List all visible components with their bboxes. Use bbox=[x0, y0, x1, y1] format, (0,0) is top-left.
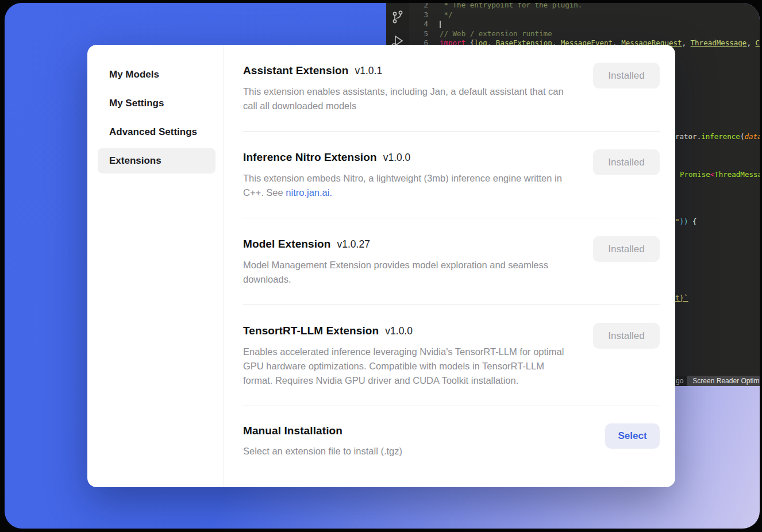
code-line: 4 bbox=[409, 20, 760, 29]
extension-row-tensorrt-llm: TensortRT-LLM Extension v1.0.0 Enables a… bbox=[243, 305, 660, 406]
settings-panel: My Models My Settings Advanced Settings … bbox=[87, 45, 675, 487]
screen-reader-status[interactable]: Screen Reader Optimiz bbox=[687, 376, 760, 386]
extension-version: v1.0.0 bbox=[385, 325, 413, 337]
extension-version: v1.0.27 bbox=[337, 238, 370, 250]
extension-description: This extension enables assistants, inclu… bbox=[243, 84, 572, 113]
installed-button[interactable]: Installed bbox=[593, 323, 660, 349]
extension-version: v1.0.1 bbox=[355, 65, 383, 77]
extension-info: Inference Nitro Extension v1.0.0 This ex… bbox=[243, 151, 572, 200]
screenshot-root: 2 * The entrypoint for the plugin.3 */45… bbox=[0, 0, 762, 532]
installed-button[interactable]: Installed bbox=[593, 149, 660, 175]
settings-sidebar: My Models My Settings Advanced Settings … bbox=[87, 45, 224, 487]
sidebar-item-extensions[interactable]: Extensions bbox=[98, 148, 215, 174]
extension-description: Model Management Extension provides mode… bbox=[243, 258, 572, 287]
extension-row-model: Model Extension v1.0.27 Model Management… bbox=[243, 218, 660, 305]
code-fragment: rator.inference(data)); bbox=[675, 132, 760, 141]
code-fragment: Promise<ThreadMessage> bbox=[680, 170, 760, 179]
extension-info: TensortRT-LLM Extension v1.0.0 Enables a… bbox=[243, 325, 572, 388]
select-file-button[interactable]: Select bbox=[605, 423, 660, 449]
manual-installation-row: Manual Installation Select an extension … bbox=[243, 406, 660, 476]
manual-installation-description: Select an extension file to install (.tg… bbox=[243, 444, 402, 458]
extensions-list: Assistant Extension v1.0.1 This extensio… bbox=[224, 45, 675, 487]
extension-description: Enables accelerated inference leveraging… bbox=[243, 345, 572, 388]
code-line: 5// Web / extension runtime bbox=[409, 29, 760, 39]
sidebar-item-my-models[interactable]: My Models bbox=[98, 62, 215, 87]
extension-name: Assistant Extension bbox=[243, 64, 349, 77]
extension-row-assistant: Assistant Extension v1.0.1 This extensio… bbox=[243, 45, 660, 132]
extension-name: Inference Nitro Extension bbox=[243, 151, 377, 164]
code-line: 2 * The entrypoint for the plugin. bbox=[409, 3, 760, 10]
line-number: 4 bbox=[409, 20, 428, 29]
source-control-icon[interactable] bbox=[390, 10, 405, 26]
extension-info: Model Extension v1.0.27 Model Management… bbox=[243, 238, 572, 287]
installed-button[interactable]: Installed bbox=[593, 236, 660, 262]
app-window: 2 * The entrypoint for the plugin.3 */45… bbox=[5, 3, 760, 529]
manual-installation-title: Manual Installation bbox=[243, 425, 342, 437]
line-number: 2 bbox=[409, 3, 428, 10]
extension-info: Assistant Extension v1.0.1 This extensio… bbox=[243, 64, 572, 113]
extension-description: This extension embeds Nitro, a lightweig… bbox=[243, 171, 572, 200]
code-fragment: t}` bbox=[675, 294, 688, 302]
extension-name: TensortRT-LLM Extension bbox=[243, 325, 379, 337]
sidebar-item-my-settings[interactable]: My Settings bbox=[98, 91, 215, 116]
line-number: 3 bbox=[409, 10, 428, 20]
extension-info: Manual Installation Select an extension … bbox=[243, 425, 402, 458]
sidebar-item-advanced-settings[interactable]: Advanced Settings bbox=[98, 119, 215, 145]
status-text: go bbox=[676, 377, 683, 385]
installed-button[interactable]: Installed bbox=[593, 63, 660, 88]
code-fragment: ")) { bbox=[675, 217, 697, 226]
editor-code-lines: 2 * The entrypoint for the plugin.3 */45… bbox=[409, 3, 760, 48]
nitro-jan-ai-link[interactable]: nitro.jan.ai. bbox=[286, 187, 332, 198]
line-number: 5 bbox=[409, 29, 428, 39]
extension-row-inference-nitro: Inference Nitro Extension v1.0.0 This ex… bbox=[243, 132, 660, 218]
extension-version: v1.0.0 bbox=[383, 152, 411, 164]
code-line: 3 */ bbox=[409, 10, 760, 20]
extension-name: Model Extension bbox=[243, 238, 330, 250]
